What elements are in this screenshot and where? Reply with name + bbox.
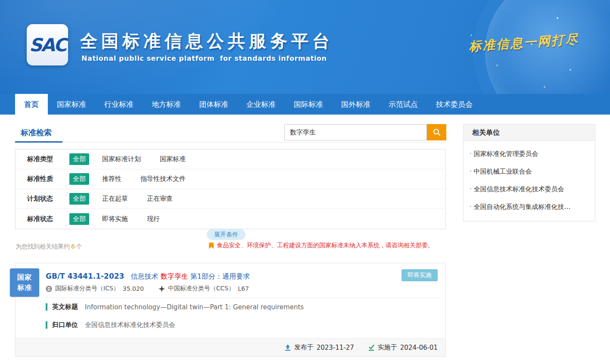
related-unit-sac[interactable]: 国家标准化管理委员会 <box>464 145 595 163</box>
filter-all-button[interactable]: 全部 <box>69 153 89 165</box>
status-badge: 即将实施 <box>401 269 438 281</box>
site-header: SAC 全国标准信息公共服务平台 National public service… <box>0 0 610 94</box>
standard-title-part2: 第1部分：通用要求 <box>190 272 250 280</box>
filter-option[interactable]: 国家标准计划 <box>102 155 141 163</box>
filter-row-standard-nature: 标准性质 全部 推荐性 指导性技术文件 <box>16 169 445 189</box>
nav-item-foreign-standards[interactable]: 国外标准 <box>332 94 380 115</box>
filter-label: 标准性质 <box>27 175 69 183</box>
teal-bar-decoration <box>46 303 47 311</box>
standard-meta: 国际标准分类号（ICS） 35.020 中国标准分类号（CCS） L67 <box>46 285 249 292</box>
ics-label: 国际标准分类号（ICS） <box>55 285 119 292</box>
tab-baseline-divider <box>15 142 446 143</box>
sac-logo-text: SAC <box>29 34 66 56</box>
publish-icon <box>284 344 291 351</box>
nav-item-national-standards[interactable]: 国家标准 <box>48 94 95 115</box>
nav-item-technical-committee[interactable]: 技术委员会 <box>427 94 482 115</box>
english-title-label: 英文标题 <box>52 303 78 311</box>
filter-all-button[interactable]: 全部 <box>69 213 89 225</box>
filter-label: 标准状态 <box>27 215 69 223</box>
tab-active-underline <box>15 141 62 143</box>
english-title-value: Information technology—Digital twin—Part… <box>85 303 304 311</box>
publish-label: 发布于 <box>294 343 314 352</box>
globe-icon <box>46 286 52 292</box>
related-units-title: 相关单位 <box>464 124 595 141</box>
related-unit-it-standardization-committee[interactable]: 全国信息技术标准化技术委员会 <box>464 180 595 198</box>
search-icon <box>433 128 441 137</box>
card-divider <box>46 298 439 298</box>
implementation-date: 2024-06-01 <box>400 344 438 352</box>
result-count-suffix: 个 <box>76 243 82 250</box>
related-unit-automation-systems-committee[interactable]: 全国自动化系统与集成标准化技… <box>464 198 595 216</box>
result-count: 为您找到相关结果约6个 <box>16 243 82 251</box>
expand-conditions-button[interactable]: 展开条件 <box>207 229 246 240</box>
site-subtitle: National public service platform for sta… <box>81 54 327 62</box>
responsible-org-row: 归口单位 全国信息技术标准化技术委员会 <box>46 321 175 329</box>
globe-dots-decoration <box>557 17 558 19</box>
filter-option[interactable]: 正在审查 <box>147 195 173 203</box>
english-title-row: 英文标题 Information technology—Digital twin… <box>46 303 304 311</box>
national-standard-badge-label: 国家标准 <box>17 272 32 293</box>
responsible-org-value: 全国信息技术标准化技术委员会 <box>85 321 175 329</box>
site-title: 全国标准信息公共服务平台 <box>80 29 333 53</box>
nav-item-industry-standards[interactable]: 行业标准 <box>95 94 143 115</box>
teal-bar-decoration <box>46 321 47 329</box>
filter-row-standard-status: 标准状态 全部 即将实施 现行 <box>16 209 445 229</box>
filter-label: 计划状态 <box>27 195 69 203</box>
filter-option[interactable]: 推荐性 <box>102 175 121 183</box>
filter-row-standard-type: 标准类型 全部 国家标准计划 国家标准 <box>16 149 445 169</box>
filter-option[interactable]: 正在起草 <box>102 195 128 203</box>
card-footer: 发布于 2023-11-27 实施于 2024-06-01 <box>16 338 445 356</box>
nav-item-group-standards[interactable]: 团体标准 <box>190 94 237 115</box>
nav-item-enterprise-standards[interactable]: 企业标准 <box>237 94 285 115</box>
filter-row-plan-status: 计划状态 全部 正在起草 正在审查 <box>16 189 445 209</box>
tab-standard-search[interactable]: 标准检索 <box>21 128 52 138</box>
related-units-list: 国家标准化管理委员会 中国机械工业联合会 全国信息技术标准化技术委员会 全国自动… <box>464 141 595 221</box>
nav-item-international-standards[interactable]: 国际标准 <box>285 94 332 115</box>
main-nav: 首页 国家标准 行业标准 地方标准 团体标准 企业标准 国际标准 国外标准 示范… <box>0 94 610 115</box>
result-count-prefix: 为您找到相关结果约 <box>16 243 70 250</box>
system-notice: 食品安全、环境保护、工程建设方面的国家标准未纳入本系统，请咨询相关部委。 <box>209 242 434 249</box>
notice-text: 食品安全、环境保护、工程建设方面的国家标准未纳入本系统，请咨询相关部委。 <box>217 242 434 249</box>
implemented-check-icon <box>368 344 375 351</box>
result-count-number: 6 <box>70 243 76 250</box>
related-unit-machinery-federation[interactable]: 中国机械工业联合会 <box>464 163 595 180</box>
related-units-panel: 相关单位 国家标准化管理委员会 中国机械工业联合会 全国信息技术标准化技术委员会… <box>463 124 595 221</box>
responsible-org-label: 归口单位 <box>52 321 78 329</box>
filter-option[interactable]: 指导性技术文件 <box>140 175 186 183</box>
national-standard-badge: 国家标准 <box>10 268 39 297</box>
search-input[interactable] <box>284 124 427 140</box>
standard-title-highlight: 数字孪生 <box>161 272 188 280</box>
filter-panel: 标准类型 全部 国家标准计划 国家标准 标准性质 全部 推荐性 指导性技术文件 … <box>15 149 446 229</box>
filter-label: 标准类型 <box>27 155 69 163</box>
filter-option[interactable]: 现行 <box>147 215 160 223</box>
implementation-date-group: 实施于 2024-06-01 <box>368 343 438 352</box>
standard-title-link[interactable]: GB/T 43441.1-2023 信息技术 数字孪生 第1部分：通用要求 <box>46 272 250 281</box>
filter-option[interactable]: 国家标准 <box>160 155 186 163</box>
ccs-value: L67 <box>238 285 249 292</box>
standard-title-part1: 信息技术 <box>131 272 159 280</box>
search-button[interactable] <box>427 124 446 140</box>
result-card: 国家标准 GB/T 43441.1-2023 信息技术 数字孪生 第1部分：通用… <box>15 263 446 357</box>
ics-value: 35.020 <box>123 285 144 292</box>
filter-all-button[interactable]: 全部 <box>69 173 89 185</box>
compass-icon <box>159 286 165 292</box>
implementation-label: 实施于 <box>378 343 397 352</box>
filter-all-button[interactable]: 全部 <box>69 193 89 205</box>
standard-code: GB/T 43441.1-2023 <box>46 272 124 280</box>
filter-option[interactable]: 即将实施 <box>102 215 128 223</box>
ccs-label: 中国标准分类号（CCS） <box>168 285 234 292</box>
bookmark-icon <box>209 243 214 249</box>
sac-logo[interactable]: SAC <box>27 24 68 65</box>
publish-date: 2023-11-27 <box>317 344 354 352</box>
nav-item-home[interactable]: 首页 <box>15 94 48 115</box>
nav-item-local-standards[interactable]: 地方标准 <box>143 94 190 115</box>
publish-date-group: 发布于 2023-11-27 <box>284 343 354 352</box>
nav-item-pilot[interactable]: 示范试点 <box>380 94 427 115</box>
